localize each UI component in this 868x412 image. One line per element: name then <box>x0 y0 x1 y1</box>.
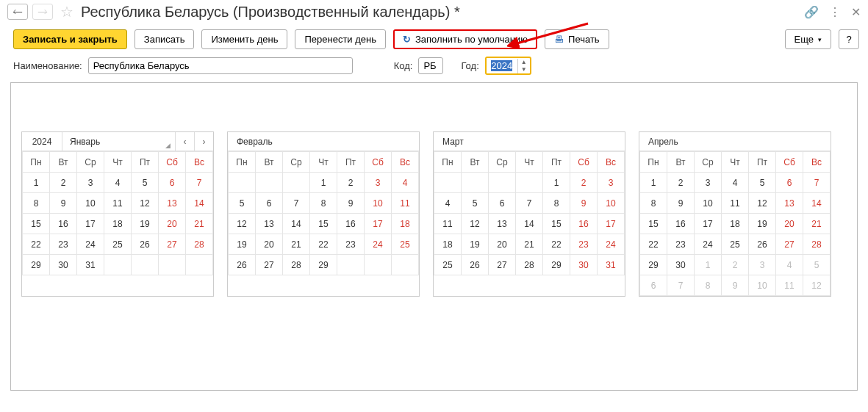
calendar-day-cell[interactable]: 5 <box>132 173 159 193</box>
favorite-star-icon[interactable]: ☆ <box>57 3 76 21</box>
calendar-day-cell[interactable]: 5 <box>803 255 831 275</box>
calendar-day-cell[interactable]: 17 <box>695 214 722 234</box>
calendar-day-cell[interactable]: 26 <box>749 234 776 255</box>
calendar-day-cell[interactable]: 23 <box>667 234 695 255</box>
calendar-day-cell[interactable]: 29 <box>543 255 570 275</box>
calendar-day-cell[interactable]: 14 <box>283 214 310 234</box>
calendar-day-cell[interactable]: 19 <box>749 214 776 234</box>
calendar-day-cell[interactable]: 16 <box>50 214 77 234</box>
calendar-day-cell[interactable]: 18 <box>392 214 419 234</box>
calendar-day-cell[interactable]: 14 <box>186 193 213 214</box>
calendar-day-cell[interactable]: 2 <box>337 173 365 193</box>
calendar-day-cell[interactable]: 24 <box>695 234 722 255</box>
calendar-day-cell[interactable]: 24 <box>77 234 104 255</box>
calendar-month-selector[interactable]: Январь◢ <box>62 132 175 151</box>
calendar-day-cell[interactable]: 22 <box>543 234 570 255</box>
calendar-day-cell[interactable]: 31 <box>598 255 625 275</box>
calendar-day-cell[interactable]: 26 <box>132 234 159 255</box>
calendar-day-cell[interactable]: 8 <box>23 193 50 214</box>
calendar-day-cell[interactable]: 20 <box>159 214 186 234</box>
calendar-day-cell[interactable]: 5 <box>749 173 776 193</box>
calendar-day-cell[interactable]: 4 <box>722 173 749 193</box>
calendar-day-cell[interactable]: 17 <box>598 214 625 234</box>
calendar-day-cell[interactable]: 3 <box>77 173 104 193</box>
save-button[interactable]: Записать <box>134 29 195 49</box>
calendar-day-cell[interactable]: 29 <box>310 255 337 275</box>
calendar-day-cell[interactable]: 12 <box>229 214 256 234</box>
calendar-day-cell[interactable]: 18 <box>434 234 462 255</box>
calendar-day-cell[interactable]: 25 <box>434 255 462 275</box>
fill-default-button[interactable]: ↻ Заполнить по умолчанию <box>393 29 537 49</box>
calendar-day-cell[interactable]: 15 <box>23 214 50 234</box>
calendar-day-cell[interactable]: 12 <box>749 193 776 214</box>
calendar-day-cell[interactable]: 9 <box>570 193 598 214</box>
calendar-day-cell[interactable]: 8 <box>695 275 722 296</box>
calendar-day-cell[interactable]: 11 <box>392 193 419 214</box>
calendar-day-cell[interactable]: 30 <box>50 255 77 275</box>
save-and-close-button[interactable]: Записать и закрыть <box>13 29 127 49</box>
calendar-day-cell[interactable]: 17 <box>365 214 392 234</box>
calendar-day-cell[interactable]: 6 <box>776 173 803 193</box>
calendar-day-cell[interactable]: 10 <box>695 193 722 214</box>
year-spinner-up[interactable]: ▲ <box>518 59 530 66</box>
calendar-day-cell[interactable]: 21 <box>516 234 543 255</box>
calendar-day-cell[interactable]: 3 <box>365 173 392 193</box>
calendar-day-cell[interactable]: 30 <box>570 255 598 275</box>
calendar-day-cell[interactable]: 21 <box>803 214 831 234</box>
calendar-day-cell[interactable]: 27 <box>489 255 516 275</box>
calendar-day-cell[interactable]: 2 <box>570 173 598 193</box>
calendar-day-cell[interactable]: 18 <box>104 214 132 234</box>
calendar-day-cell[interactable]: 13 <box>489 214 516 234</box>
calendar-day-cell[interactable]: 8 <box>543 193 570 214</box>
more-button[interactable]: Еще ▾ <box>785 29 831 49</box>
calendar-day-cell[interactable]: 27 <box>776 234 803 255</box>
calendar-day-cell[interactable]: 26 <box>229 255 256 275</box>
name-input[interactable] <box>88 57 353 74</box>
calendar-day-cell[interactable]: 3 <box>695 173 722 193</box>
kebab-menu-icon[interactable]: ⋮ <box>829 5 841 19</box>
calendar-day-cell[interactable]: 19 <box>229 234 256 255</box>
calendar-day-cell[interactable]: 15 <box>310 214 337 234</box>
calendar-day-cell[interactable]: 6 <box>159 173 186 193</box>
calendar-day-cell[interactable]: 8 <box>640 193 667 214</box>
calendar-day-cell[interactable]: 28 <box>283 255 310 275</box>
calendar-day-cell[interactable]: 9 <box>337 193 365 214</box>
calendar-day-cell[interactable]: 3 <box>749 255 776 275</box>
calendar-day-cell[interactable]: 26 <box>462 255 489 275</box>
calendar-day-cell[interactable]: 10 <box>77 193 104 214</box>
calendar-day-cell[interactable]: 20 <box>776 214 803 234</box>
calendar-day-cell[interactable]: 11 <box>722 193 749 214</box>
calendar-day-cell[interactable]: 16 <box>337 214 365 234</box>
calendar-day-cell[interactable]: 14 <box>803 193 831 214</box>
calendar-day-cell[interactable]: 8 <box>310 193 337 214</box>
calendar-day-cell[interactable]: 27 <box>256 255 283 275</box>
calendar-day-cell[interactable]: 1 <box>310 173 337 193</box>
calendar-day-cell[interactable]: 13 <box>159 193 186 214</box>
calendar-year-cell[interactable]: 2024 <box>22 132 62 151</box>
calendar-day-cell[interactable]: 24 <box>598 234 625 255</box>
calendar-day-cell[interactable]: 23 <box>50 234 77 255</box>
change-day-button[interactable]: Изменить день <box>201 29 287 49</box>
help-button[interactable]: ? <box>839 29 859 49</box>
calendar-day-cell[interactable]: 22 <box>640 234 667 255</box>
calendar-day-cell[interactable]: 6 <box>489 193 516 214</box>
calendar-day-cell[interactable]: 21 <box>283 234 310 255</box>
calendar-day-cell[interactable]: 15 <box>640 214 667 234</box>
calendar-day-cell[interactable]: 28 <box>516 255 543 275</box>
calendar-day-cell[interactable]: 5 <box>229 193 256 214</box>
calendar-day-cell[interactable]: 20 <box>489 234 516 255</box>
link-icon[interactable]: 🔗 <box>804 5 819 19</box>
calendar-day-cell[interactable]: 9 <box>50 193 77 214</box>
calendar-day-cell[interactable]: 30 <box>667 255 695 275</box>
calendar-day-cell[interactable]: 27 <box>159 234 186 255</box>
print-button[interactable]: 🖶 Печать <box>545 29 609 49</box>
calendar-day-cell[interactable]: 6 <box>640 275 667 296</box>
calendar-day-cell[interactable]: 25 <box>722 234 749 255</box>
nav-back-button[interactable]: 🡐 <box>7 4 28 20</box>
calendar-day-cell[interactable]: 11 <box>434 214 462 234</box>
calendar-day-cell[interactable]: 23 <box>337 234 365 255</box>
calendar-day-cell[interactable]: 1 <box>640 173 667 193</box>
calendar-day-cell[interactable]: 7 <box>667 275 695 296</box>
calendar-day-cell[interactable]: 10 <box>749 275 776 296</box>
close-icon[interactable]: ✕ <box>851 5 861 19</box>
